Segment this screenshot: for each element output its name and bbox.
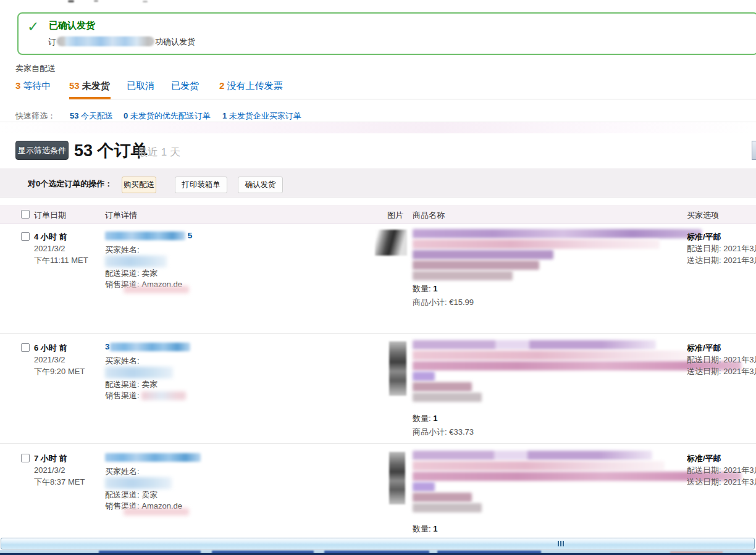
quantity-line: 数量: 1 <box>413 413 756 424</box>
quantity-line: 数量: 1 <box>413 283 756 294</box>
buyer-name-label: 买家姓名: <box>105 244 140 256</box>
subtotal-label: 商品小计: <box>413 427 447 436</box>
cropped-edge-button[interactable] <box>752 141 756 160</box>
delivery-date: 送达日期: 2021年3月 <box>687 476 756 488</box>
quantity-label: 数量: <box>413 524 431 533</box>
order-id-link[interactable] <box>105 452 201 462</box>
subtotal-label: 商品小计: <box>413 298 447 307</box>
col-header-order-date: 订单日期 <box>34 210 66 221</box>
row-checkbox[interactable] <box>21 343 30 352</box>
col-header-order-details: 订单详情 <box>105 210 137 221</box>
order-date: 2021/3/2 <box>34 243 88 254</box>
table-header: 订单日期 订单详情 图片 商品名称 买家选项 <box>0 205 756 224</box>
redacted-product-line <box>413 250 553 259</box>
sales-channel: 销售渠道: <box>105 390 186 401</box>
subtotal-line: 商品小计: €33.73 <box>413 427 756 438</box>
quick-filter-priority-unshipped[interactable]: 0 未发货的优先配送订单 <box>124 111 211 122</box>
cropped-text-fragment <box>94 0 98 2</box>
fulfillment-label: 配送渠道: <box>105 490 140 499</box>
select-all-checkbox[interactable] <box>21 210 30 219</box>
quantity-value: 1 <box>433 284 437 293</box>
row-checkbox[interactable] <box>21 232 30 241</box>
print-packing-slip-button[interactable]: 打印装箱单 <box>175 177 227 193</box>
buyer-options-cell: 标准/平邮 配送日期: 2021年3月 送达日期: 2021年3月 <box>687 342 756 377</box>
redacted-product-line <box>413 372 435 381</box>
tab-shipped[interactable]: 已发货 <box>171 80 199 92</box>
col-header-product-name: 商品名称 <box>413 210 445 221</box>
tab-label: 已取消 <box>127 80 154 91</box>
buyer-options-cell: 标准/平邮 配送日期: 2021年3月 送达日期: 2021年3月 <box>687 231 756 266</box>
ship-date: 配送日期: 2021年3月 <box>687 464 756 476</box>
tab-label: 未发货 <box>82 80 110 91</box>
buyer-name-label: 买家姓名: <box>105 466 140 477</box>
row-divider <box>0 333 756 334</box>
redaction-smudge <box>124 286 189 293</box>
order-id-link[interactable]: 5 <box>105 230 192 240</box>
product-image[interactable] <box>375 230 407 256</box>
show-filters-button[interactable]: 显示筛选条件 <box>15 141 69 160</box>
order-time: 下午11:11 MET <box>34 254 88 266</box>
fulfillment-value: 卖家 <box>141 269 158 278</box>
order-date-cell: 4 小时 前 2021/3/2 下午11:11 MET <box>34 231 88 266</box>
redacted-product-line <box>413 493 472 502</box>
col-header-buyer-options: 买家选项 <box>687 210 719 221</box>
order-date-cell: 6 小时 前 2021/3/2 下午9:20 MET <box>34 342 85 377</box>
quick-filter-ship-today[interactable]: 53 今天配送 <box>70 111 113 122</box>
order-id-link[interactable]: 3 <box>105 341 190 351</box>
subtotal-value: €15.99 <box>449 298 474 307</box>
filter-label: 今天配送 <box>81 111 113 120</box>
fulfillment-value: 卖家 <box>141 380 158 389</box>
product-image[interactable] <box>389 452 405 504</box>
confirm-shipment-button[interactable]: 确认发货 <box>238 177 283 193</box>
ship-method: 标准/平邮 <box>687 231 756 243</box>
redacted-product-line <box>413 261 539 270</box>
scrollbar-grip-icon[interactable] <box>558 541 564 546</box>
order-time: 下午9:20 MET <box>34 365 85 377</box>
product-image[interactable] <box>389 341 406 396</box>
redacted-sales-channel <box>141 391 186 400</box>
banner-message: 订功确认发货 <box>48 36 195 48</box>
section-divider-band <box>0 122 756 133</box>
redacted-product-title <box>413 340 656 349</box>
row-divider <box>0 443 756 444</box>
selected-tab-underline <box>69 97 111 99</box>
row-checkbox[interactable] <box>21 454 30 462</box>
tab-cancelled[interactable]: 已取消 <box>127 80 154 92</box>
redacted-order-id <box>110 343 190 351</box>
filter-label: 未发货的优先配送订单 <box>130 111 211 120</box>
order-date-cell: 7 小时 前 2021/3/2 下午8:37 MET <box>34 453 85 488</box>
redacted-buyer-name <box>105 367 173 378</box>
page-subtitle: 最近 1 天 <box>137 145 180 159</box>
redacted-product-line <box>413 271 513 280</box>
order-date: 2021/3/2 <box>34 354 85 365</box>
fulfillment-label: 配送渠道: <box>105 380 140 389</box>
table-row: 4 小时 前 2021/3/2 下午11:11 MET 5 买家姓名: 配送渠道… <box>0 227 756 333</box>
bulk-action-bar: 对0个选定订单的操作： 购买配送 打印装箱单 确认发货 <box>0 169 756 198</box>
fulfillment-label: 配送渠道: <box>105 269 140 278</box>
tab-count: 53 <box>69 80 80 91</box>
buyer-options-cell: 标准/平邮 配送日期: 2021年3月 送达日期: 2021年3月 <box>687 453 756 488</box>
order-age: 7 小时 前 <box>34 453 85 464</box>
order-time: 下午8:37 MET <box>34 476 85 488</box>
delivery-date: 送达日期: 2021年3月 <box>687 365 756 377</box>
quick-filter-business-unshipped[interactable]: 1 未发货企业买家订单 <box>222 111 301 122</box>
ship-date: 配送日期: 2021年3月 <box>687 243 756 254</box>
tab-unshipped[interactable]: 53 未发货 <box>69 80 110 92</box>
section-label: 卖家自配送 <box>15 63 56 74</box>
tab-pending[interactable]: 3 等待中 <box>15 80 51 92</box>
order-id-visible-char: 3 <box>105 342 110 351</box>
banner-title: 已确认发货 <box>49 20 95 31</box>
redacted-product-line <box>413 382 472 391</box>
buy-shipping-button[interactable]: 购买配送 <box>122 177 156 193</box>
quantity-value: 1 <box>433 414 437 423</box>
horizontal-scrollbar[interactable] <box>1 538 755 549</box>
tab-no-invoice[interactable]: 2 没有上传发票 <box>219 80 283 92</box>
filter-count: 53 <box>70 111 78 120</box>
orders-page: ✓ 已确认发货 订功确认发货 卖家自配送 3 等待中 53 未发货 已取消 已发… <box>0 0 756 555</box>
quick-filter-label: 快速筛选： <box>15 111 56 122</box>
cropped-text-fragment <box>68 0 74 2</box>
redacted-buyer-name <box>105 477 172 489</box>
redacted-product-title <box>413 461 665 470</box>
filter-count: 1 <box>222 111 227 120</box>
subtotal-value: €33.73 <box>449 427 474 436</box>
